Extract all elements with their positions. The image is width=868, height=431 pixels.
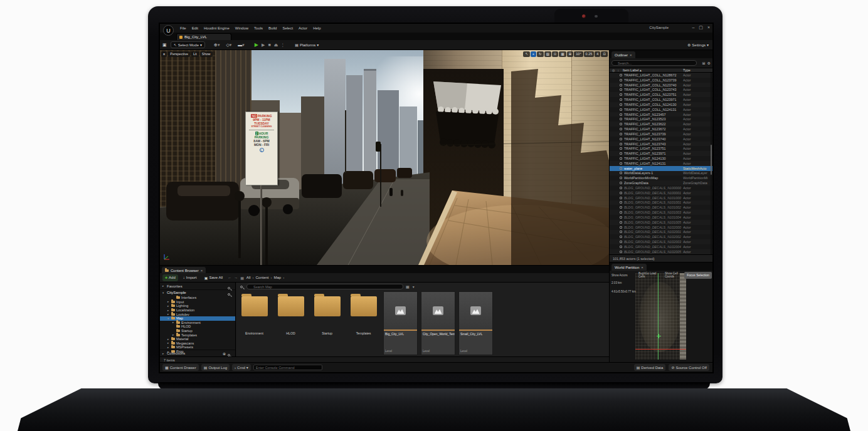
folder-environment[interactable]: Environment [238, 291, 271, 335]
tree-item-lighting[interactable]: ▸Lighting [160, 304, 235, 308]
asset-small-city-lvl[interactable]: Small_City_LVLLevel [458, 291, 493, 355]
show-actors-toggle[interactable]: Show Actors [611, 274, 628, 277]
console-command-input[interactable] [253, 365, 322, 370]
menu-item-actor[interactable]: Actor [299, 26, 307, 30]
show-dropdown[interactable]: Show [200, 51, 213, 57]
outliner-search-input[interactable] [611, 60, 697, 66]
menu-item-tools[interactable]: Tools [254, 26, 263, 30]
breadcrumb-all[interactable]: All [246, 276, 251, 279]
outliner-row[interactable]: BLDG_GROUND_DECALS_N100001 (U/Actor [610, 190, 712, 195]
select-mode-dropdown[interactable]: ↖ Select Mode ▾ [171, 41, 205, 48]
add-button[interactable]: + Add [162, 274, 178, 281]
frame-skip-button[interactable]: ▶ [262, 43, 265, 48]
asset-search-input[interactable] [246, 284, 403, 289]
output-log-button[interactable]: ▤ Output Log [201, 364, 230, 371]
source-control-button[interactable]: ⊘ Source Control Off [669, 364, 709, 371]
outliner-row[interactable]: TRAFFIC_LIGHT_N123457Actor [610, 112, 712, 117]
outliner-row[interactable]: BLDG_GROUND_DECALS_N102005 (U/Actor [610, 249, 712, 254]
tab-big-city-lvl[interactable]: Big_City_LVL [176, 33, 231, 40]
eye-icon[interactable]: ◎ [612, 68, 615, 72]
gear-icon[interactable]: ⚙ [707, 61, 711, 65]
folder-tree-icon[interactable]: ▦ [240, 276, 244, 280]
play-options-icon[interactable]: ⋮ [280, 43, 285, 48]
tree-root-citysample[interactable]: ▾ CitySample [160, 290, 235, 295]
move-tool[interactable]: + [531, 51, 536, 57]
surface-snap-toggle[interactable]: ▦ [559, 51, 566, 57]
favorites-section[interactable]: ▸ Favorites [160, 283, 235, 290]
outliner-row[interactable]: WorldDataLayers-1WorldDataLayer [610, 171, 712, 176]
platforms-dropdown[interactable]: ▤ Platforms ▾ [292, 41, 321, 48]
outliner-row[interactable]: BLDG_GROUND_DECALS_N102004 (U/Actor [610, 244, 712, 249]
tab-outliner[interactable]: Outliner × [611, 51, 635, 58]
outliner-row[interactable]: TRAFFIC_LIGHT_COLL_N128672Actor [610, 73, 712, 78]
asset-city-open-world-template[interactable]: City_Open_World_TemplateLevel [421, 291, 455, 355]
outliner-row[interactable]: TRAFFIC_LIGHT_N123971Actor [610, 151, 712, 156]
column-item-label[interactable]: Item Label ▴ [623, 68, 642, 72]
viewport-options-icon[interactable]: ≡ [161, 51, 167, 57]
outliner-row[interactable]: TRAFFIC_LIGHT_COLL_N124130Actor [610, 102, 712, 107]
outliner-row[interactable]: TRAFFIC_LIGHT_N124130Actor [610, 156, 712, 161]
outliner-row[interactable]: BLDG_GROUND_DECALS_N101004 (U/Actor [610, 215, 712, 220]
asset-big-city-lvl[interactable]: Big_City_LVLLevel [383, 291, 418, 355]
cinematics-dropdown[interactable]: ▬ [238, 43, 242, 47]
view-options-icon[interactable]: ▦ [406, 284, 410, 289]
perspective-dropdown[interactable]: Perspective [168, 51, 190, 57]
outliner-row[interactable]: BLDG_GROUND_DECALS_N101002 (U/Actor [610, 205, 712, 210]
maximize-button[interactable]: ▢ [699, 25, 703, 30]
outliner-row[interactable]: BLDG_GROUND_DECALS_N102001 (U/Actor [610, 230, 712, 235]
scale-tool[interactable]: ▧ [544, 51, 551, 57]
menu-item-build[interactable]: Build [268, 26, 277, 30]
save-icon[interactable]: ▣ [162, 43, 167, 48]
editor-settings-dropdown[interactable]: ⚙ Settings ▾ [687, 43, 709, 47]
scale-snap-value[interactable]: 0.25 [584, 51, 595, 57]
outliner-scrollbar[interactable] [711, 73, 712, 254]
outliner-row[interactable]: TRAFFIC_LIGHT_N123622Actor [610, 122, 712, 127]
focus-selection-button[interactable]: Focus Selection [684, 272, 712, 279]
outliner-row[interactable]: BLDG_GROUND_DECALS_N102000 (U/Actor [610, 225, 712, 230]
outliner-row[interactable]: TRAFFIC_LIGHT_COLL_N123739Actor [610, 78, 712, 83]
back-button[interactable]: ← [228, 276, 231, 279]
tree-item-hlod[interactable]: HLOD [160, 325, 235, 329]
tree-item-lookdev[interactable]: ▸Lookdev [160, 312, 235, 316]
menu-item-window[interactable]: Window [235, 26, 248, 30]
outliner-row[interactable]: TRAFFIC_LIGHT_COLL_N123971Actor [610, 97, 712, 102]
close-icon[interactable]: × [201, 269, 203, 273]
import-button[interactable]: ↓ Import [181, 274, 199, 281]
outliner-row[interactable]: BLDG_GROUND_DECALS_N102002 (U/Actor [610, 234, 712, 239]
outliner-row[interactable]: BLDG_GROUND_DECALS_N100000 (U/Actor [610, 185, 712, 190]
world-space-toggle[interactable]: ⊙ [552, 51, 559, 57]
outliner-row[interactable]: TRAFFIC_LIGHT_N123751Actor [610, 146, 712, 151]
close-icon[interactable]: × [630, 53, 632, 57]
tree-item-map[interactable]: ▾Map [160, 316, 235, 321]
cmd-dropdown[interactable]: › Cmd ▾ [232, 364, 251, 371]
column-type-label[interactable]: Type [683, 68, 691, 72]
outliner-row[interactable]: TRAFFIC_LIGHT_COLL_N123740Actor [610, 83, 712, 88]
menu-item-select[interactable]: Select [282, 26, 293, 30]
tree-item-environment[interactable]: ▸Environment [160, 321, 235, 325]
menu-item-houdini-engine[interactable]: Houdini Engine [204, 26, 230, 30]
outliner-row[interactable]: water_planeStaticMeshActo [610, 166, 712, 171]
outliner-row[interactable]: TRAFFIC_LIGHT_N123672Actor [610, 127, 712, 132]
close-icon[interactable]: × [641, 266, 643, 269]
outliner-row[interactable]: TRAFFIC_LIGHT_N123523Actor [610, 117, 712, 122]
content-drawer-button[interactable]: ▦ Content Drawer [162, 364, 199, 371]
stop-button[interactable]: ■ [268, 43, 270, 47]
outliner-row[interactable]: TRAFFIC_LIGHT_N124131Actor [610, 161, 712, 166]
select-tool[interactable]: ↖ [523, 51, 530, 57]
tree-item-templates[interactable]: ▸Templates [160, 333, 235, 337]
outliner-row[interactable]: BLDG_GROUND_DECALS_N102003 (U/Actor [610, 239, 712, 244]
add-collection-icon[interactable]: ⊕ [223, 351, 226, 356]
outliner-row[interactable]: TRAFFIC_LIGHT_COLL_N123743Actor [610, 87, 712, 92]
play-button[interactable]: ▶ [255, 42, 258, 48]
breadcrumb-content[interactable]: Content [256, 276, 269, 279]
search-icon[interactable] [228, 287, 230, 289]
tab-world-partition[interactable]: World Partition × [611, 264, 647, 271]
view-mode-dropdown[interactable]: Lit [191, 51, 199, 57]
outliner-row[interactable]: TRAFFIC_LIGHT_N123743Actor [610, 142, 712, 147]
world-partition-minimap[interactable] [635, 273, 686, 360]
close-button[interactable]: × [707, 25, 710, 30]
derived-data-button[interactable]: ▤ Derived Data [634, 364, 666, 371]
outliner-row[interactable]: TRAFFIC_LIGHT_N123739Actor [610, 132, 712, 137]
menu-item-edit[interactable]: Edit [192, 26, 198, 30]
tree-item-mspresets[interactable]: ▸MSPresets [160, 345, 235, 350]
